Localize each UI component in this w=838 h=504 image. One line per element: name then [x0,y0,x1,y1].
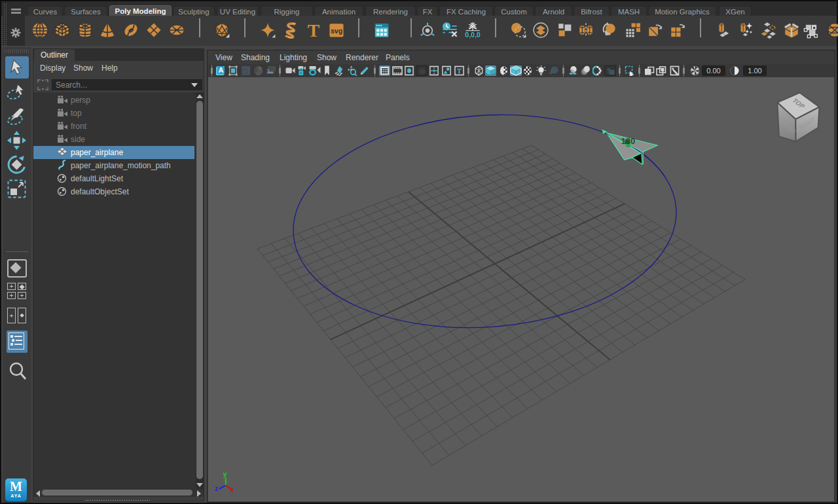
svg-text:T: T [457,67,462,75]
svg-text:T: T [308,22,319,39]
svg-text:z: z [215,484,219,492]
svg-text:y: y [223,470,228,478]
svg-text:A: A [219,66,224,74]
svg-text:180: 180 [621,136,636,146]
svg-text:x: x [230,486,235,494]
svg-text:0,0,0: 0,0,0 [465,31,481,39]
svg-text:svg: svg [331,27,342,35]
